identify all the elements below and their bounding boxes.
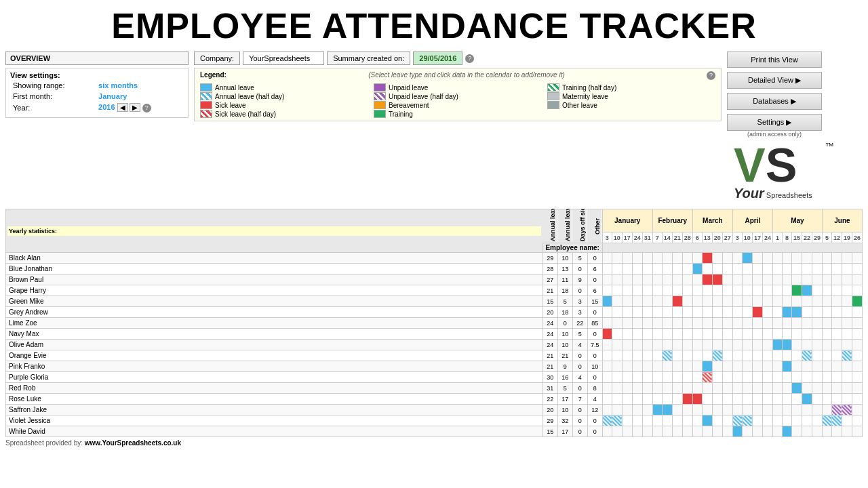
calendar-cell[interactable] <box>831 361 842 372</box>
calendar-cell[interactable] <box>702 350 712 361</box>
calendar-cell[interactable] <box>852 329 862 340</box>
calendar-cell[interactable] <box>831 350 842 361</box>
calendar-cell[interactable] <box>622 340 632 350</box>
calendar-cell[interactable] <box>682 372 692 383</box>
calendar-cell[interactable] <box>782 307 791 318</box>
calendar-cell[interactable] <box>831 274 842 285</box>
calendar-cell[interactable] <box>602 285 612 296</box>
calendar-cell[interactable] <box>752 340 762 350</box>
calendar-cell[interactable] <box>782 350 791 361</box>
calendar-cell[interactable] <box>712 415 722 426</box>
calendar-cell[interactable] <box>722 383 732 394</box>
calendar-cell[interactable] <box>662 361 672 372</box>
calendar-cell[interactable] <box>612 318 622 329</box>
calendar-cell[interactable] <box>722 372 732 383</box>
calendar-cell[interactable] <box>831 307 842 318</box>
calendar-cell[interactable] <box>802 340 812 350</box>
calendar-cell[interactable] <box>831 405 842 415</box>
calendar-cell[interactable] <box>682 253 692 264</box>
calendar-cell[interactable] <box>782 329 791 340</box>
calendar-cell[interactable] <box>752 350 762 361</box>
calendar-cell[interactable] <box>782 405 791 415</box>
calendar-cell[interactable] <box>822 274 831 285</box>
calendar-cell[interactable] <box>842 340 852 350</box>
calendar-cell[interactable] <box>722 264 732 274</box>
calendar-cell[interactable] <box>672 415 682 426</box>
calendar-cell[interactable] <box>662 394 672 405</box>
calendar-cell[interactable] <box>752 264 762 274</box>
calendar-cell[interactable] <box>672 426 682 437</box>
calendar-cell[interactable] <box>632 296 642 307</box>
calendar-cell[interactable] <box>662 372 672 383</box>
calendar-cell[interactable] <box>622 253 632 264</box>
calendar-cell[interactable] <box>672 274 682 285</box>
calendar-cell[interactable] <box>842 405 852 415</box>
calendar-cell[interactable] <box>842 274 852 285</box>
calendar-cell[interactable] <box>702 318 712 329</box>
calendar-cell[interactable] <box>612 383 622 394</box>
calendar-cell[interactable] <box>742 415 752 426</box>
calendar-cell[interactable] <box>642 340 652 350</box>
calendar-cell[interactable] <box>632 426 642 437</box>
calendar-cell[interactable] <box>632 329 642 340</box>
calendar-cell[interactable] <box>642 264 652 274</box>
calendar-cell[interactable] <box>632 253 642 264</box>
calendar-cell[interactable] <box>742 285 752 296</box>
calendar-cell[interactable] <box>622 296 632 307</box>
calendar-cell[interactable] <box>812 340 822 350</box>
calendar-cell[interactable] <box>852 426 862 437</box>
calendar-cell[interactable] <box>752 415 762 426</box>
calendar-cell[interactable] <box>682 307 692 318</box>
calendar-cell[interactable] <box>722 426 732 437</box>
calendar-cell[interactable] <box>622 285 632 296</box>
calendar-cell[interactable] <box>791 372 802 383</box>
calendar-cell[interactable] <box>772 329 782 340</box>
calendar-cell[interactable] <box>802 329 812 340</box>
calendar-cell[interactable] <box>612 372 622 383</box>
calendar-cell[interactable] <box>682 340 692 350</box>
calendar-cell[interactable] <box>672 264 682 274</box>
calendar-cell[interactable] <box>831 415 842 426</box>
calendar-cell[interactable] <box>742 307 752 318</box>
calendar-cell[interactable] <box>802 318 812 329</box>
calendar-cell[interactable] <box>732 340 742 350</box>
calendar-cell[interactable] <box>672 394 682 405</box>
calendar-cell[interactable] <box>642 307 652 318</box>
calendar-cell[interactable] <box>712 426 722 437</box>
calendar-cell[interactable] <box>822 383 831 394</box>
calendar-cell[interactable] <box>602 296 612 307</box>
calendar-cell[interactable] <box>602 329 612 340</box>
calendar-cell[interactable] <box>782 296 791 307</box>
calendar-cell[interactable] <box>712 361 722 372</box>
calendar-cell[interactable] <box>662 350 672 361</box>
legend-info-icon[interactable]: ? <box>707 71 715 80</box>
calendar-cell[interactable] <box>842 426 852 437</box>
calendar-cell[interactable] <box>791 340 802 350</box>
calendar-cell[interactable] <box>732 264 742 274</box>
calendar-cell[interactable] <box>642 426 652 437</box>
calendar-cell[interactable] <box>812 394 822 405</box>
calendar-cell[interactable] <box>822 307 831 318</box>
calendar-cell[interactable] <box>791 329 802 340</box>
calendar-cell[interactable] <box>652 296 662 307</box>
calendar-cell[interactable] <box>602 274 612 285</box>
calendar-cell[interactable] <box>692 329 702 340</box>
calendar-cell[interactable] <box>712 296 722 307</box>
calendar-cell[interactable] <box>712 264 722 274</box>
calendar-cell[interactable] <box>831 253 842 264</box>
calendar-cell[interactable] <box>712 383 722 394</box>
calendar-cell[interactable] <box>692 285 702 296</box>
calendar-cell[interactable] <box>742 405 752 415</box>
calendar-cell[interactable] <box>722 274 732 285</box>
calendar-cell[interactable] <box>602 253 612 264</box>
calendar-cell[interactable] <box>812 274 822 285</box>
calendar-cell[interactable] <box>732 394 742 405</box>
calendar-cell[interactable] <box>622 361 632 372</box>
calendar-cell[interactable] <box>692 426 702 437</box>
calendar-cell[interactable] <box>672 383 682 394</box>
calendar-cell[interactable] <box>672 350 682 361</box>
calendar-cell[interactable] <box>752 307 762 318</box>
calendar-cell[interactable] <box>772 307 782 318</box>
calendar-cell[interactable] <box>732 274 742 285</box>
calendar-cell[interactable] <box>622 329 632 340</box>
